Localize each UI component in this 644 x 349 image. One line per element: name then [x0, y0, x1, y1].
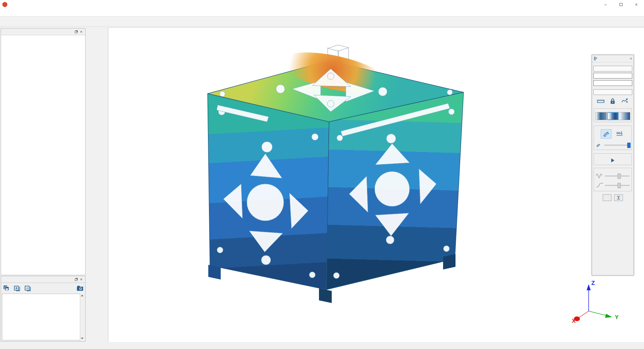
legend-max-value — [593, 66, 632, 71]
legend-collapse-button[interactable] — [614, 194, 623, 201]
capture-bookmark-button[interactable] — [76, 284, 84, 292]
legend-titlebar[interactable]: × — [592, 55, 634, 62]
curve-pick-icon[interactable] — [621, 98, 629, 105]
save-bookmarks-button[interactable] — [2, 284, 10, 292]
image-options-group — [594, 108, 632, 122]
collapse-icon — [616, 195, 621, 200]
axis-triad: Z Y X — [571, 276, 628, 333]
app-logo-icon — [2, 2, 7, 7]
y-axis-label: Y — [615, 314, 619, 320]
animation-speed-handle[interactable] — [618, 173, 621, 179]
main-toolbar — [0, 16, 644, 27]
result-icon — [593, 56, 598, 61]
deform-scale-icon — [595, 142, 603, 148]
image-style-gradient[interactable] — [619, 112, 630, 120]
animation-ramp-slider[interactable] — [605, 185, 630, 186]
float-panel-icon[interactable] — [73, 277, 78, 282]
lock-scale-icon[interactable] — [609, 98, 616, 105]
image-style-smooth[interactable] — [595, 112, 607, 120]
graphics-viewport[interactable]: × — [108, 28, 644, 342]
x-axis-label: X — [572, 318, 576, 324]
sine-animation-icon — [596, 173, 603, 179]
bookmark-list — [2, 294, 84, 340]
deform-scale-slider[interactable] — [604, 145, 630, 146]
maximize-button[interactable] — [613, 0, 629, 9]
bookmark-browser-panel: × — [1, 276, 86, 342]
image-style-banded[interactable] — [607, 112, 619, 120]
add-bookmark-button[interactable] — [13, 284, 21, 292]
deform-scale-handle[interactable] — [627, 143, 631, 148]
scroll-up-icon[interactable] — [81, 295, 84, 296]
project-tree-header: × — [1, 29, 85, 35]
animation-speed-slider[interactable] — [605, 176, 630, 177]
deformed-shape-group — [594, 126, 632, 150]
undeformed-view-button[interactable] — [614, 129, 625, 139]
project-tree-panel: × — [1, 28, 86, 275]
legend-min-value — [593, 89, 632, 95]
legend-panel: × — [592, 55, 634, 276]
legend-close-icon[interactable]: × — [630, 56, 632, 61]
close-panel-icon[interactable]: × — [78, 30, 84, 34]
analysis-toolbar — [88, 28, 107, 349]
animation-sliders — [594, 168, 632, 191]
simsolid-window: – × × × — [0, 0, 644, 349]
play-animation-icon[interactable] — [610, 158, 615, 163]
ramp-animation-icon — [596, 182, 603, 188]
close-button[interactable]: × — [629, 0, 644, 9]
animation-group — [594, 153, 632, 165]
scroll-down-icon[interactable] — [81, 338, 84, 339]
deformed-view-button[interactable] — [601, 129, 611, 139]
bookmark-scrollbar[interactable] — [80, 294, 84, 340]
units-icon[interactable] — [597, 98, 604, 105]
bookmark-browser-header: × — [1, 276, 85, 283]
z-axis-label: Z — [591, 280, 595, 286]
minimize-button[interactable]: – — [598, 0, 613, 9]
legend-lower-bound-input[interactable] — [593, 80, 632, 86]
float-panel-icon[interactable] — [73, 30, 78, 34]
close-panel-icon[interactable]: × — [78, 277, 84, 282]
menu-bar — [0, 9, 644, 16]
legend-help-button[interactable] — [603, 194, 611, 201]
model-3d-view[interactable] — [188, 38, 490, 310]
animation-ramp-handle[interactable] — [618, 183, 621, 188]
remove-bookmark-button[interactable] — [24, 284, 32, 292]
legend-upper-bound-input[interactable] — [593, 73, 632, 79]
bookmark-toolbar — [1, 283, 85, 294]
title-bar: – × — [0, 0, 644, 9]
